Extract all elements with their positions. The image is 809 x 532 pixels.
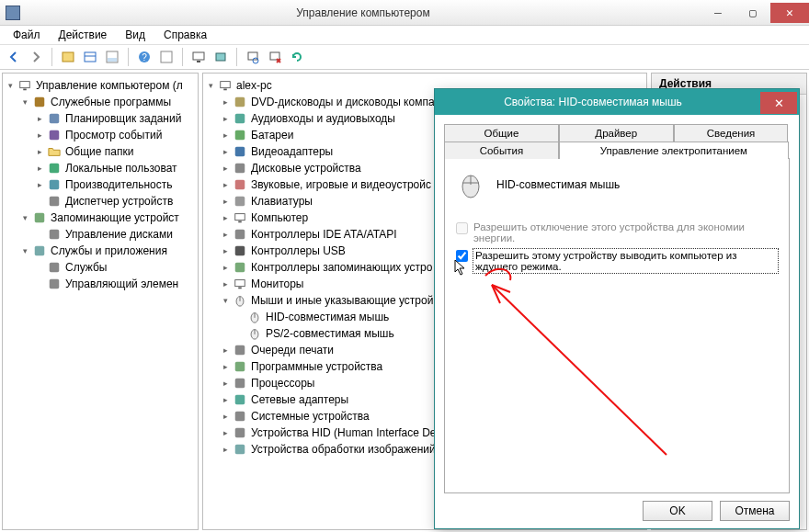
expander-icon[interactable]: ▸ xyxy=(220,96,231,108)
device-tree-label: Контроллеры USB xyxy=(251,244,346,257)
back-icon[interactable] xyxy=(4,47,24,67)
maximize-button[interactable]: ▢ xyxy=(735,3,770,23)
tool-icon-1[interactable] xyxy=(58,47,78,67)
svg-rect-13 xyxy=(270,52,279,60)
dialog-close-button[interactable]: ✕ xyxy=(760,92,797,114)
expander-icon[interactable]: ▾ xyxy=(5,80,16,91)
svg-rect-14 xyxy=(20,82,30,88)
expander-icon[interactable]: ▸ xyxy=(220,411,231,422)
left-tree-item-7[interactable]: Диспетчер устройств xyxy=(5,193,196,209)
tool-icon-5[interactable] xyxy=(211,47,231,67)
expander-icon[interactable]: ▸ xyxy=(220,394,231,405)
menu-view[interactable]: Вид xyxy=(118,27,153,43)
menu-action[interactable]: Действие xyxy=(51,27,115,43)
expander-icon[interactable]: ▸ xyxy=(34,179,45,190)
left-panel[interactable]: ▾Управление компьютером (л▾Служебные про… xyxy=(2,73,199,530)
expander-icon[interactable]: ▸ xyxy=(34,113,45,124)
left-tree-item-8[interactable]: ▾Запоминающие устройст xyxy=(5,209,196,226)
device-tree-label: Процессоры xyxy=(251,377,315,390)
close-button[interactable]: ✕ xyxy=(770,3,809,23)
left-tree-item-4[interactable]: ▸Общие папки xyxy=(5,143,196,160)
checkbox-row-2[interactable]: Разрешить этому устройству выводить комп… xyxy=(456,249,778,273)
left-tree-item-9[interactable]: Управление дисками xyxy=(5,226,196,243)
tab-power[interactable]: Управление электропитанием xyxy=(559,141,789,159)
tool-icon-4[interactable] xyxy=(156,47,177,67)
help-icon[interactable]: ? xyxy=(134,47,154,67)
tab-details[interactable]: Сведения xyxy=(674,124,789,141)
device-tree-label: DVD-дисководы и дисководы компа xyxy=(251,96,435,108)
expander-icon[interactable]: ▸ xyxy=(34,146,45,157)
tab-events[interactable]: События xyxy=(444,141,559,159)
svg-rect-32 xyxy=(235,147,245,157)
expander-icon[interactable]: ▸ xyxy=(220,163,231,174)
menu-file[interactable]: Файл xyxy=(6,27,48,43)
device-tree-label: Устройства HID (Human Interface Dev xyxy=(251,426,442,439)
refresh-icon[interactable] xyxy=(287,47,307,67)
expander-icon[interactable]: ▸ xyxy=(220,427,231,438)
expander-icon[interactable]: ▸ xyxy=(220,345,231,356)
minimize-button[interactable]: — xyxy=(701,3,735,23)
tab-driver[interactable]: Драйвер xyxy=(559,124,674,141)
svg-rect-42 xyxy=(238,288,242,289)
menu-help[interactable]: Справка xyxy=(156,27,214,43)
svg-rect-10 xyxy=(216,53,225,61)
expander-icon[interactable]: ▾ xyxy=(19,245,30,256)
expander-icon[interactable]: ▸ xyxy=(34,130,45,141)
svg-rect-30 xyxy=(235,114,245,124)
left-tree-item-0[interactable]: ▾Управление компьютером (л xyxy=(5,77,196,94)
left-tree-label: Управляющий элемен xyxy=(65,277,178,290)
svg-rect-41 xyxy=(235,280,245,287)
left-tree-item-10[interactable]: ▾Службы и приложения xyxy=(5,243,196,259)
expander-icon[interactable]: ▾ xyxy=(19,212,30,223)
storage-icon xyxy=(32,210,47,225)
expander-icon[interactable]: ▸ xyxy=(34,163,45,174)
expander-icon[interactable]: ▸ xyxy=(220,130,231,141)
expander-icon[interactable]: ▾ xyxy=(205,80,216,91)
tool-icon-2[interactable] xyxy=(80,47,100,67)
svg-rect-4 xyxy=(108,58,117,62)
expander-icon[interactable]: ▸ xyxy=(220,444,231,455)
mouse-icon xyxy=(247,326,262,341)
sound-icon xyxy=(233,177,247,192)
device-tree-label: Аудиовходы и аудиовыходы xyxy=(251,112,395,125)
left-tree-item-5[interactable]: ▸Локальные пользоват xyxy=(5,160,196,176)
left-tree-item-2[interactable]: ▸Планировщик заданий xyxy=(5,110,196,127)
ok-button[interactable]: OK xyxy=(643,501,712,521)
left-tree-label: Служебные программы xyxy=(51,96,171,108)
expander-icon[interactable]: ▸ xyxy=(220,361,231,372)
expander-icon[interactable]: ▸ xyxy=(220,212,231,223)
left-tree-item-12[interactable]: Управляющий элемен xyxy=(5,276,196,292)
device-tree-label: Дисковые устройства xyxy=(251,162,361,175)
scan-icon[interactable] xyxy=(243,47,263,67)
device-tree-label: Видеоадаптеры xyxy=(251,145,333,158)
monitor-icon[interactable] xyxy=(188,47,209,67)
expander-icon[interactable]: ▸ xyxy=(220,378,231,389)
users-icon xyxy=(47,161,62,175)
svg-rect-1 xyxy=(85,52,96,62)
expander-icon[interactable]: ▸ xyxy=(220,278,231,289)
left-tree-item-11[interactable]: Службы xyxy=(5,259,196,276)
cancel-button[interactable]: Отмена xyxy=(720,501,790,521)
expander-icon[interactable]: ▸ xyxy=(220,196,231,207)
left-tree-item-1[interactable]: ▾Служебные программы xyxy=(5,94,196,110)
expander-icon[interactable]: ▾ xyxy=(220,295,231,306)
expander-icon[interactable]: ▾ xyxy=(19,96,30,108)
left-tree-label: Управление дисками xyxy=(65,228,173,241)
expander-icon[interactable]: ▸ xyxy=(220,146,231,157)
disable-icon[interactable] xyxy=(265,47,285,67)
allow-wake-label: Разрешить этому устройству выводить комп… xyxy=(473,249,778,273)
left-tree-item-6[interactable]: ▸Производительность xyxy=(5,176,196,193)
expander-icon[interactable]: ▸ xyxy=(220,262,231,273)
expander-icon[interactable]: ▸ xyxy=(220,229,231,240)
app-icon xyxy=(6,6,20,20)
left-tree-item-3[interactable]: ▸Просмотр событий xyxy=(5,127,196,143)
usb-icon xyxy=(233,243,247,258)
allow-wake-checkbox[interactable] xyxy=(456,250,468,262)
forward-icon[interactable] xyxy=(26,47,46,67)
expander-icon[interactable]: ▸ xyxy=(220,179,231,190)
tool-icon-3[interactable] xyxy=(102,47,122,67)
expander-icon[interactable]: ▸ xyxy=(220,113,231,124)
expander-icon[interactable]: ▸ xyxy=(220,245,231,256)
tab-general[interactable]: Общие xyxy=(444,124,559,141)
device-tree-label: Системные устройства xyxy=(251,410,370,423)
